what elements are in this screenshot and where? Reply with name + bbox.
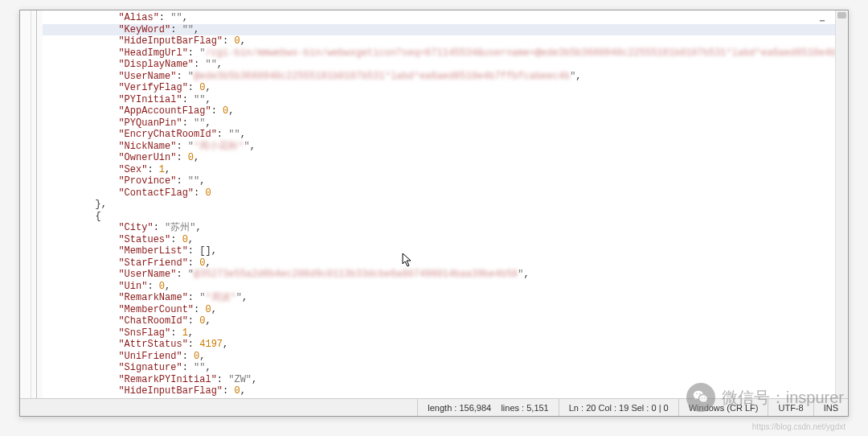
code-line[interactable]: "PYInitial": "", [43,94,848,106]
code-line[interactable]: "Statues": 0, [43,234,848,246]
editor-content: "Alias": "", "KeyWord": "", "HideInputBa… [20,10,848,398]
vertical-scrollbar[interactable] [835,10,848,398]
code-line[interactable]: "DisplayName": "", [43,59,848,71]
code-line[interactable]: "HeadImgUrl": "/cgi-bin/mmwebwx-bin/webw… [43,47,848,60]
code-line[interactable]: "PYQuanPin": "", [43,117,848,130]
footer-url: https://blog.csdn.net/ygdxt [752,422,845,431]
code-line[interactable]: "AppAccountFlag": 0, [43,105,848,117]
code-line[interactable]: "RemarkName": "*周波*", [43,292,848,304]
code-line[interactable]: "Province": "", [43,175,848,187]
status-length: length : 156,984 lines : 5,151 [417,399,558,416]
code-text-area[interactable]: "Alias": "", "KeyWord": "", "HideInputBa… [43,10,848,398]
code-line[interactable]: "NickName": "*周小花秋*", [43,141,848,153]
code-line[interactable]: "RemarkPYInitial": "ZW", [43,374,848,386]
status-mode: INS [813,399,848,416]
code-line[interactable]: "ContactFlag": 0 [43,187,848,199]
code-line[interactable]: "City": "苏州", [43,222,848,234]
code-line[interactable]: "ChatRoomId": 0, [43,315,848,327]
code-line[interactable]: }, [43,199,848,211]
code-line[interactable]: "AttrStatus": 4197, [43,339,848,351]
fold-column[interactable] [31,10,43,398]
status-position: Ln : 20 Col : 19 Sel : 0 | 0 [559,399,678,416]
fold-guide-line [36,10,37,398]
status-encoding: UTF-8 [768,399,813,416]
status-length-text: length : 156,984 [428,403,491,413]
status-eol: Windows (CR LF) [678,399,768,416]
code-line[interactable]: "UniFriend": 0, [43,351,848,363]
code-line[interactable]: "VerifyFlag": 0, [43,82,848,94]
code-line[interactable]: "MemberCount": 0, [43,304,848,316]
editor-window: ▁ "Alias": "", "KeyWord": "", "HideInput… [19,10,849,417]
code-line[interactable]: "UserName": "@ede3b5b3680940c22555181b01… [43,71,848,83]
code-line[interactable]: "EncryChatRoomId": "", [43,129,848,141]
status-lines-text: lines : 5,151 [501,403,548,413]
code-line[interactable]: "Uin": 0, [43,281,848,293]
code-line[interactable]: "MemberList": [], [43,245,848,257]
status-bar: length : 156,984 lines : 5,151 Ln : 20 C… [20,398,848,416]
code-line[interactable]: "HideInputBarFlag": 0, [43,385,848,397]
code-line[interactable]: { [43,211,848,223]
code-line[interactable]: "HideInputBarFlag": 0, [43,35,848,47]
code-line[interactable]: "SnsFlag": 1, [43,327,848,339]
code-line[interactable]: "UserName": "@35273e55a2d8b4ec208d9c0113… [43,269,848,281]
code-line[interactable]: "KeyWord": "", [43,24,848,36]
code-line[interactable]: "Sex": 1, [43,164,848,176]
code-line[interactable]: "Signature": "", [43,362,848,374]
code-line[interactable]: "OwnerUin": 0, [43,152,848,164]
code-line[interactable]: "StarFriend": 0, [43,257,848,269]
code-line[interactable]: "Alias": "", [43,12,848,24]
line-number-gutter [20,10,31,398]
scrollbar-thumb[interactable] [837,12,846,19]
